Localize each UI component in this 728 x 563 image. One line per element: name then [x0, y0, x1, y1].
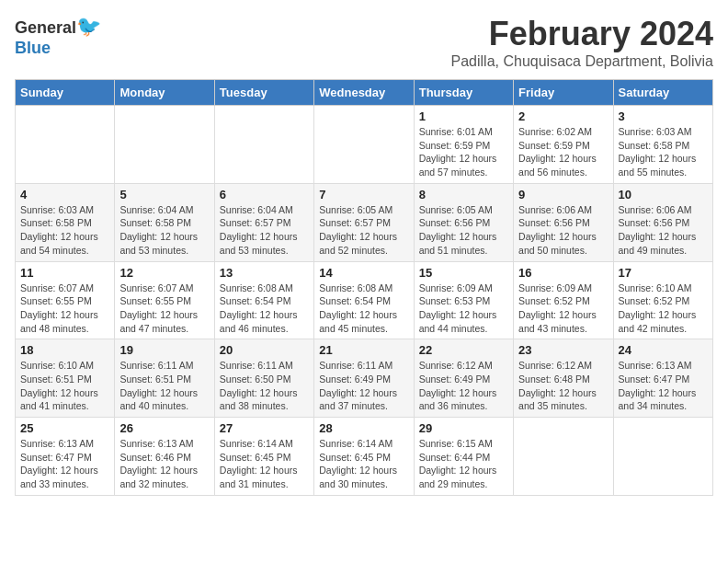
day-info: Sunrise: 6:12 AM Sunset: 6:49 PM Dayligh… — [419, 359, 508, 413]
day-number: 3 — [619, 109, 708, 123]
calendar-table: SundayMondayTuesdayWednesdayThursdayFrid… — [15, 79, 713, 496]
calendar-header-row: SundayMondayTuesdayWednesdayThursdayFrid… — [16, 80, 713, 106]
day-info: Sunrise: 6:09 AM Sunset: 6:52 PM Dayligh… — [518, 282, 608, 336]
calendar-cell: 9Sunrise: 6:06 AM Sunset: 6:56 PM Daylig… — [514, 183, 613, 261]
day-info: Sunrise: 6:03 AM Sunset: 6:58 PM Dayligh… — [20, 203, 109, 258]
day-number: 17 — [619, 266, 708, 280]
calendar-cell: 7Sunrise: 6:05 AM Sunset: 6:57 PM Daylig… — [314, 183, 414, 261]
day-info: Sunrise: 6:08 AM Sunset: 6:54 PM Dayligh… — [220, 282, 309, 336]
calendar-cell: 8Sunrise: 6:05 AM Sunset: 6:56 PM Daylig… — [414, 183, 513, 261]
calendar-cell: 23Sunrise: 6:12 AM Sunset: 6:48 PM Dayli… — [514, 339, 613, 418]
day-number: 8 — [419, 188, 508, 201]
day-of-week-header: Thursday — [414, 80, 513, 106]
day-number: 13 — [220, 266, 309, 280]
calendar-cell — [115, 106, 214, 184]
day-number: 19 — [119, 343, 209, 357]
day-info: Sunrise: 6:05 AM Sunset: 6:56 PM Dayligh… — [419, 203, 508, 258]
calendar-cell: 21Sunrise: 6:11 AM Sunset: 6:49 PM Dayli… — [314, 339, 414, 418]
day-info: Sunrise: 6:14 AM Sunset: 6:45 PM Dayligh… — [319, 437, 408, 491]
calendar-cell: 20Sunrise: 6:11 AM Sunset: 6:50 PM Dayli… — [214, 339, 313, 418]
header: General🐦 Blue February 2024 Padilla, Chu… — [15, 15, 713, 70]
calendar-cell: 18Sunrise: 6:10 AM Sunset: 6:51 PM Dayli… — [16, 339, 115, 418]
day-number: 14 — [319, 266, 408, 280]
calendar-cell — [514, 418, 613, 496]
day-info: Sunrise: 6:10 AM Sunset: 6:52 PM Dayligh… — [619, 282, 708, 336]
day-info: Sunrise: 6:13 AM Sunset: 6:47 PM Dayligh… — [20, 437, 109, 491]
day-number: 21 — [319, 343, 408, 357]
calendar-week-row: 4Sunrise: 6:03 AM Sunset: 6:58 PM Daylig… — [16, 183, 713, 261]
calendar-cell: 11Sunrise: 6:07 AM Sunset: 6:55 PM Dayli… — [16, 261, 115, 339]
day-number: 18 — [20, 343, 109, 357]
calendar-cell: 27Sunrise: 6:14 AM Sunset: 6:45 PM Dayli… — [214, 418, 313, 496]
day-number: 29 — [419, 421, 508, 435]
calendar-cell: 13Sunrise: 6:08 AM Sunset: 6:54 PM Dayli… — [214, 261, 313, 339]
calendar-cell: 1Sunrise: 6:01 AM Sunset: 6:59 PM Daylig… — [414, 106, 513, 184]
logo-general-text: General — [15, 18, 76, 37]
day-info: Sunrise: 6:13 AM Sunset: 6:46 PM Dayligh… — [119, 437, 209, 491]
calendar-cell: 2Sunrise: 6:02 AM Sunset: 6:59 PM Daylig… — [514, 106, 613, 184]
day-info: Sunrise: 6:05 AM Sunset: 6:57 PM Dayligh… — [319, 203, 408, 258]
day-number: 23 — [518, 343, 608, 357]
calendar-week-row: 11Sunrise: 6:07 AM Sunset: 6:55 PM Dayli… — [16, 261, 713, 339]
day-info: Sunrise: 6:14 AM Sunset: 6:45 PM Dayligh… — [220, 437, 309, 491]
day-number: 5 — [119, 188, 209, 201]
day-number: 2 — [518, 109, 608, 123]
calendar-cell: 12Sunrise: 6:07 AM Sunset: 6:55 PM Dayli… — [115, 261, 214, 339]
calendar-cell: 29Sunrise: 6:15 AM Sunset: 6:44 PM Dayli… — [414, 418, 513, 496]
day-number: 16 — [518, 266, 608, 280]
day-info: Sunrise: 6:12 AM Sunset: 6:48 PM Dayligh… — [518, 359, 608, 413]
day-number: 26 — [119, 421, 209, 435]
calendar-cell: 24Sunrise: 6:13 AM Sunset: 6:47 PM Dayli… — [613, 339, 712, 418]
calendar-cell: 28Sunrise: 6:14 AM Sunset: 6:45 PM Dayli… — [314, 418, 414, 496]
day-info: Sunrise: 6:06 AM Sunset: 6:56 PM Dayligh… — [619, 203, 708, 258]
calendar-cell: 15Sunrise: 6:09 AM Sunset: 6:53 PM Dayli… — [414, 261, 513, 339]
day-number: 4 — [20, 188, 109, 201]
calendar-week-row: 1Sunrise: 6:01 AM Sunset: 6:59 PM Daylig… — [16, 106, 713, 184]
calendar-title: February 2024 — [451, 15, 713, 53]
calendar-cell: 22Sunrise: 6:12 AM Sunset: 6:49 PM Dayli… — [414, 339, 513, 418]
day-info: Sunrise: 6:06 AM Sunset: 6:56 PM Dayligh… — [518, 203, 608, 258]
logo-bird-icon: 🐦 — [76, 15, 101, 38]
day-of-week-header: Wednesday — [314, 80, 414, 106]
calendar-cell — [314, 106, 414, 184]
calendar-cell: 14Sunrise: 6:08 AM Sunset: 6:54 PM Dayli… — [314, 261, 414, 339]
calendar-cell: 4Sunrise: 6:03 AM Sunset: 6:58 PM Daylig… — [16, 183, 115, 261]
day-info: Sunrise: 6:04 AM Sunset: 6:57 PM Dayligh… — [220, 203, 309, 258]
calendar-cell: 6Sunrise: 6:04 AM Sunset: 6:57 PM Daylig… — [214, 183, 313, 261]
day-info: Sunrise: 6:15 AM Sunset: 6:44 PM Dayligh… — [419, 437, 508, 491]
calendar-cell: 26Sunrise: 6:13 AM Sunset: 6:46 PM Dayli… — [115, 418, 214, 496]
calendar-cell: 17Sunrise: 6:10 AM Sunset: 6:52 PM Dayli… — [613, 261, 712, 339]
day-info: Sunrise: 6:08 AM Sunset: 6:54 PM Dayligh… — [319, 282, 408, 336]
day-info: Sunrise: 6:03 AM Sunset: 6:58 PM Dayligh… — [619, 125, 708, 179]
day-info: Sunrise: 6:11 AM Sunset: 6:49 PM Dayligh… — [319, 359, 408, 413]
day-number: 27 — [220, 421, 309, 435]
calendar-cell — [613, 418, 712, 496]
day-number: 25 — [20, 421, 109, 435]
calendar-cell: 19Sunrise: 6:11 AM Sunset: 6:51 PM Dayli… — [115, 339, 214, 418]
calendar-body: 1Sunrise: 6:01 AM Sunset: 6:59 PM Daylig… — [16, 106, 713, 496]
day-number: 10 — [619, 188, 708, 201]
day-of-week-header: Sunday — [16, 80, 115, 106]
day-info: Sunrise: 6:01 AM Sunset: 6:59 PM Dayligh… — [419, 125, 508, 179]
day-info: Sunrise: 6:11 AM Sunset: 6:51 PM Dayligh… — [119, 359, 209, 413]
logo: General🐦 Blue — [15, 15, 101, 58]
day-number: 24 — [619, 343, 708, 357]
logo-blue-text: Blue — [15, 39, 51, 57]
calendar-week-row: 25Sunrise: 6:13 AM Sunset: 6:47 PM Dayli… — [16, 418, 713, 496]
calendar-cell: 25Sunrise: 6:13 AM Sunset: 6:47 PM Dayli… — [16, 418, 115, 496]
calendar-cell — [16, 106, 115, 184]
day-number: 20 — [220, 343, 309, 357]
day-info: Sunrise: 6:09 AM Sunset: 6:53 PM Dayligh… — [419, 282, 508, 336]
day-number: 28 — [319, 421, 408, 435]
calendar-subtitle: Padilla, Chuquisaca Department, Bolivia — [451, 53, 713, 70]
day-info: Sunrise: 6:11 AM Sunset: 6:50 PM Dayligh… — [220, 359, 309, 413]
day-of-week-header: Saturday — [613, 80, 712, 106]
calendar-cell: 3Sunrise: 6:03 AM Sunset: 6:58 PM Daylig… — [613, 106, 712, 184]
day-info: Sunrise: 6:10 AM Sunset: 6:51 PM Dayligh… — [20, 359, 109, 413]
day-number: 11 — [20, 266, 109, 280]
day-number: 6 — [220, 188, 309, 201]
calendar-week-row: 18Sunrise: 6:10 AM Sunset: 6:51 PM Dayli… — [16, 339, 713, 418]
day-of-week-header: Friday — [514, 80, 613, 106]
title-section: February 2024 Padilla, Chuquisaca Depart… — [451, 15, 713, 70]
calendar-cell — [214, 106, 313, 184]
